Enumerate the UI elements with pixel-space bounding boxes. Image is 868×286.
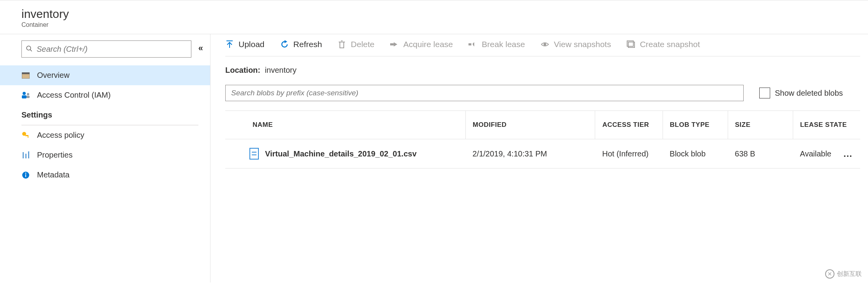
svg-rect-3 [22,74,30,79]
svg-point-16 [25,172,27,174]
break-lease-icon [468,40,477,49]
svg-rect-15 [25,174,26,177]
col-size[interactable]: SIZE [728,111,793,139]
acquire-lease-button: Acquire lease [390,40,453,49]
file-icon [249,148,259,160]
refresh-icon [280,40,289,49]
svg-rect-2 [22,72,30,74]
snapshot-icon [627,40,635,49]
col-name[interactable]: NAME [225,111,465,139]
location-label: Location: [225,66,260,74]
search-icon [26,45,33,53]
main-panel: Upload Refresh Delete Acquire lease [210,34,868,282]
svg-point-4 [23,92,26,95]
svg-rect-10 [28,136,28,138]
svg-marker-23 [394,42,397,47]
blob-name: Virtual_Machine_details_2019_02_01.csv [265,149,417,158]
svg-line-1 [30,49,32,51]
location-row: Location: inventory [225,56,860,85]
svg-point-27 [544,43,546,45]
blob-modified: 2/1/2019, 4:10:31 PM [465,139,595,168]
key-icon [21,131,30,140]
toolbar-label: View snapshots [554,40,611,49]
svg-rect-9 [25,135,28,136]
sidebar-item-label: Overview [37,71,69,80]
show-deleted-checkbox[interactable]: Show deleted blobs [759,88,843,98]
svg-rect-7 [27,96,30,98]
trash-icon [338,40,346,49]
svg-point-0 [27,46,31,50]
eye-icon [541,40,549,49]
properties-icon [21,151,30,160]
sidebar-item-label: Access Control (IAM) [37,91,111,100]
toolbar-label: Delete [351,40,375,49]
sidebar-item-label: Properties [37,151,72,160]
view-snapshots-button: View snapshots [541,40,611,49]
blob-table: NAME MODIFIED ACCESS TIER BLOB TYPE SIZE… [225,111,860,168]
row-more-button[interactable]: … [843,148,853,159]
sidebar-item-iam[interactable]: Access Control (IAM) [0,85,210,105]
col-access-tier[interactable]: ACCESS TIER [595,111,663,139]
upload-icon [225,40,234,49]
svg-rect-11 [23,152,24,158]
search-input[interactable] [37,45,187,54]
blob-type: Block blob [663,139,728,168]
location-value: inventory [265,66,297,74]
svg-rect-20 [340,42,344,48]
toolbar: Upload Refresh Delete Acquire lease [225,40,860,56]
prefix-search-input[interactable] [225,85,744,101]
blob-size: 638 B [728,139,793,168]
toolbar-label: Break lease [482,40,525,49]
create-snapshot-button: Create snapshot [627,40,700,49]
svg-rect-24 [468,43,471,46]
watermark: ✕ 创新互联 [825,269,862,279]
page-subtitle: Container [21,21,868,28]
page-title: inventory [21,7,868,21]
collapse-sidebar-icon[interactable]: « [198,43,206,53]
table-row[interactable]: Virtual_Machine_details_2019_02_01.csv 2… [225,139,860,168]
refresh-button[interactable]: Refresh [280,40,322,49]
sidebar-item-overview[interactable]: Overview [0,65,210,85]
show-deleted-label: Show deleted blobs [775,89,843,98]
col-blob-type[interactable]: BLOB TYPE [663,111,728,139]
col-lease-state[interactable]: LEASE STATE [793,111,860,139]
page-header: inventory Container [0,0,868,34]
blob-lease-state: Available [800,149,831,158]
sidebar-item-label: Access policy [37,131,84,140]
svg-rect-22 [390,43,394,46]
svg-rect-26 [472,41,473,48]
sidebar-item-access-policy[interactable]: Access policy [0,125,210,145]
upload-button[interactable]: Upload [225,40,265,49]
info-icon [21,171,30,179]
sidebar: « Overview Access Control (IAM) Settings… [0,34,210,282]
iam-icon [21,91,30,100]
toolbar-label: Upload [239,40,265,49]
sidebar-item-metadata[interactable]: Metadata [0,165,210,185]
break-lease-button: Break lease [468,40,525,49]
svg-rect-5 [22,95,27,98]
sidebar-item-label: Metadata [37,170,69,179]
checkbox-icon[interactable] [759,88,770,98]
acquire-lease-icon [390,40,399,49]
svg-rect-13 [28,151,29,158]
svg-point-6 [27,93,29,95]
overview-icon [21,71,30,80]
toolbar-label: Refresh [293,40,322,49]
watermark-text: 创新互联 [837,270,862,278]
toolbar-label: Acquire lease [403,40,453,49]
toolbar-label: Create snapshot [640,40,700,49]
sidebar-group-settings: Settings [0,105,210,125]
watermark-logo-icon: ✕ [825,269,834,279]
blob-access-tier: Hot (Inferred) [595,139,663,168]
sidebar-item-properties[interactable]: Properties [0,145,210,165]
svg-rect-12 [25,154,27,158]
delete-button: Delete [338,40,375,49]
search-box[interactable] [21,40,191,58]
col-modified[interactable]: MODIFIED [465,111,595,139]
